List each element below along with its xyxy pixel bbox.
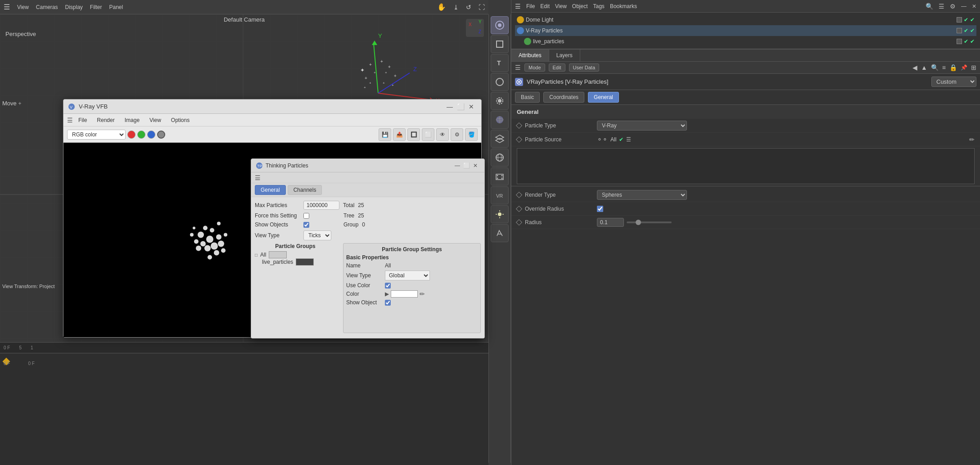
tp-minimize-btn[interactable]: — [453, 161, 462, 170]
vfb-menu-image[interactable]: Image [120, 116, 144, 124]
scene-obj-vray-particles[interactable]: V-Ray Particles ✔ ✔ [515, 25, 976, 36]
tp-restore-btn[interactable]: ⬜ [462, 161, 471, 170]
toolbar-film-btn[interactable] [491, 167, 509, 185]
particle-source-edit-icon[interactable]: ✏ [969, 136, 975, 143]
vfb-export-btn[interactable]: 📤 [393, 128, 406, 141]
scene-menu-hamburger[interactable]: ☰ [515, 3, 521, 10]
vfb-save-btn[interactable]: 💾 [379, 128, 391, 141]
vfb-green-dot[interactable] [137, 131, 145, 139]
dome-light-check2[interactable]: ✔ [964, 17, 968, 23]
dome-light-checkbox1[interactable] [957, 17, 962, 23]
scene-menu-bookmarks[interactable]: Bookmarks [610, 3, 637, 9]
radius-input[interactable] [597, 218, 624, 227]
tp-close-btn[interactable]: ✕ [471, 161, 480, 170]
nav-search-icon[interactable]: 🔍 [931, 64, 939, 71]
scene-obj-dome-light[interactable]: Dome Light ✔ ✔ [515, 14, 976, 25]
radius-slider[interactable] [627, 221, 672, 223]
vfb-restore-btn[interactable]: ⬜ [455, 101, 466, 112]
toolbar-circle2-btn[interactable] [491, 73, 509, 91]
vfb-select2-btn[interactable]: 🔲 [407, 128, 420, 141]
dome-light-check3[interactable]: ✔ [970, 17, 975, 23]
tp-view-type-select[interactable]: Ticks [303, 230, 331, 240]
nav-expand-icon[interactable]: ⊞ [971, 64, 976, 71]
attr-subtab-general[interactable]: General [588, 92, 619, 103]
vfb-menu-view[interactable]: View [145, 116, 166, 124]
toolbar-sun-btn[interactable] [491, 205, 509, 223]
vfb-settings-btn[interactable]: ⚙ [451, 128, 463, 141]
vray-particles-checkbox1[interactable] [957, 28, 962, 33]
render-type-diamond[interactable] [516, 192, 522, 198]
scene-obj-live-particles[interactable]: live_particles ✔ ✔ [515, 36, 976, 47]
particle-source-list-area[interactable] [517, 148, 975, 184]
scene-menu-object[interactable]: Object [572, 3, 588, 9]
vfb-red-dot[interactable] [127, 131, 135, 139]
vfb-eye-btn[interactable]: 👁 [436, 128, 449, 141]
nav-up-icon[interactable]: ▲ [921, 64, 927, 71]
nav-filter-icon[interactable]: ≡ [942, 64, 946, 71]
particle-type-select[interactable]: V-Ray [597, 121, 687, 131]
scene-menu-view[interactable]: View [555, 3, 567, 9]
override-radius-diamond[interactable] [516, 205, 522, 212]
group-expand-icon[interactable]: □ [255, 253, 257, 257]
live-particles-checkbox1[interactable] [957, 39, 962, 44]
toolbar-layers-btn[interactable] [491, 130, 509, 148]
attr-hamburger-icon[interactable]: ☰ [515, 64, 521, 71]
tp-group-live-particles[interactable]: live_particles [255, 258, 336, 266]
live-particles-check3[interactable]: ✔ [970, 38, 975, 45]
tp-show-objects-checkbox[interactable] [303, 222, 309, 228]
reset-icon[interactable]: ↺ [466, 4, 471, 11]
tp-tab-general[interactable]: General [255, 185, 286, 195]
menu-panel[interactable]: Panel [109, 4, 123, 10]
menu-filter[interactable]: Filter [90, 4, 102, 10]
radius-diamond[interactable] [516, 219, 522, 225]
bp-view-type-select[interactable]: Global [385, 271, 430, 280]
toolbar-select-btn[interactable] [491, 16, 509, 34]
vfb-blue-dot[interactable] [147, 131, 155, 139]
attr-subtab-coordinates[interactable]: Coordinates [543, 92, 584, 103]
vfb-bucket-btn[interactable]: 🪣 [465, 128, 478, 141]
vray-particles-check3[interactable]: ✔ [970, 27, 975, 34]
list-icon[interactable]: ☰ [939, 3, 944, 10]
hamburger-icon[interactable]: ☰ [4, 3, 10, 11]
toolbar-paint-btn[interactable] [491, 224, 509, 242]
live-particles-check2[interactable]: ✔ [964, 38, 968, 45]
vfb-minimize-btn[interactable]: — [444, 101, 455, 112]
settings-icon[interactable]: ⚙ [950, 3, 956, 10]
render-type-select[interactable]: Spheres [597, 190, 687, 200]
particle-source-icon[interactable]: ⚬⚬ [597, 136, 608, 143]
tp-tab-channels[interactable]: Channels [288, 185, 322, 195]
bp-show-object-checkbox[interactable] [385, 300, 391, 306]
tp-group-all[interactable]: □ All [255, 251, 336, 258]
vfb-menu-render[interactable]: Render [92, 116, 119, 124]
attr-tab-layers[interactable]: Layers [549, 50, 580, 61]
nav-back-icon[interactable]: ◀ [912, 64, 917, 71]
attr-userdata-btn[interactable]: User Data [569, 63, 600, 72]
nav-icon[interactable]: ⤓ [453, 4, 459, 11]
nav-lock-icon[interactable]: 🔒 [949, 64, 957, 71]
menu-display[interactable]: Display [65, 4, 82, 10]
close-icon[interactable]: ✕ [972, 3, 976, 9]
toolbar-gear-btn[interactable] [491, 92, 509, 110]
minimize-icon[interactable]: — [961, 3, 966, 9]
bp-color-preview[interactable] [391, 290, 418, 298]
particle-type-diamond[interactable] [516, 122, 522, 129]
attr-mode-btn[interactable]: Mode [524, 63, 545, 72]
tp-max-particles-input[interactable] [303, 201, 339, 210]
toolbar-sphere-btn[interactable] [491, 111, 509, 129]
particle-source-diamond[interactable] [516, 136, 522, 142]
nav-pin-icon[interactable]: 📌 [961, 64, 967, 71]
fullscreen-icon[interactable]: ⛶ [479, 4, 485, 11]
vfb-neutral-dot[interactable] [157, 131, 165, 139]
vfb-menu-options[interactable]: Options [167, 116, 194, 124]
particle-source-list-icon[interactable]: ☰ [626, 136, 631, 143]
vfb-view-btn[interactable]: ⬜ [422, 128, 434, 141]
vfb-menu-file[interactable]: File [74, 116, 91, 124]
vfb-close-btn[interactable]: ✕ [466, 101, 477, 112]
hand-icon[interactable]: ✋ [437, 3, 446, 11]
bp-use-color-checkbox[interactable] [385, 283, 391, 289]
menu-view[interactable]: View [17, 4, 29, 10]
scene-menu-edit[interactable]: Edit [540, 3, 550, 9]
tp-hamburger-icon[interactable]: ☰ [255, 174, 261, 181]
scene-menu-file[interactable]: File [526, 3, 535, 9]
vfb-hamburger-icon[interactable]: ☰ [67, 117, 73, 124]
